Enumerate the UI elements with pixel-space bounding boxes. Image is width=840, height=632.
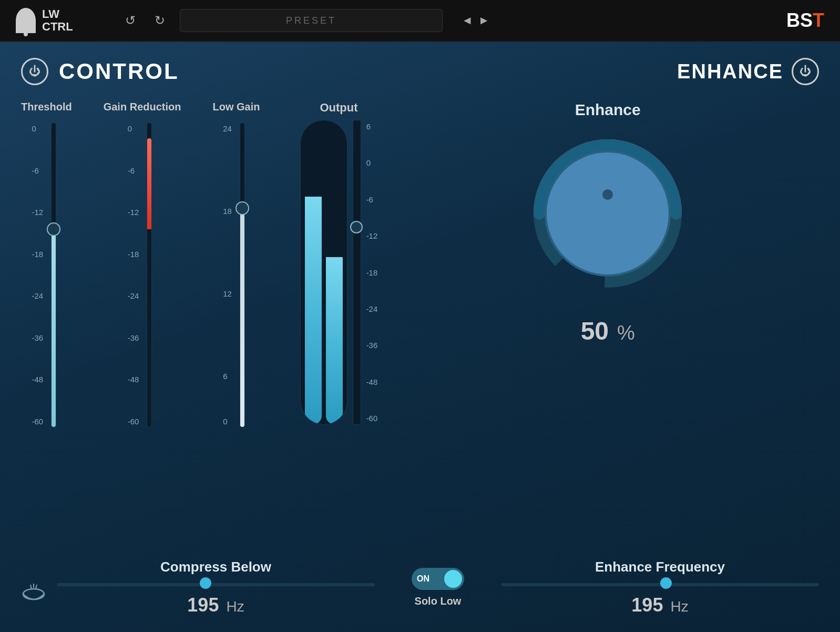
bst-logo: BST [786,9,824,32]
enhance-frequency-value-display: 195 Hz [631,594,688,616]
output-label: Output [320,101,357,115]
output-section: Output 6 0 -6 -12 [281,101,396,425]
top-controls: ↺ ↻ PRESET ◄ ► [121,9,490,32]
solo-low-toggle[interactable]: ON [412,568,464,590]
lw-logo-icon [16,8,36,33]
undo-button[interactable]: ↺ [121,11,140,30]
svg-point-1 [23,589,44,599]
threshold-slider-col: Threshold 0 -6 -12 -18 -24 -36 -48 -60 [21,101,72,427]
low-gain-slider-col: Low Gain 24 18 12 6 0 [212,101,260,427]
logo-text: LWCTRL [42,8,73,33]
control-power-button[interactable]: ⏻ [21,58,48,85]
left-sliders: Threshold 0 -6 -12 -18 -24 -36 -48 -60 [21,101,281,427]
output-scale: 6 0 -6 -12 -18 -24 -36 -48 -60 [366,120,378,425]
low-gain-scale-left: 24 18 12 6 0 [223,123,232,427]
threshold-slider-wrapper: 0 -6 -12 -18 -24 -36 -48 -60 [32,123,61,427]
low-gain-handle[interactable] [235,201,249,215]
gain-reduction-track[interactable] [142,123,157,427]
svg-line-2 [30,585,32,589]
main-content: ⏻ CONTROL ENHANCE ⏻ Threshold 0 -6 -12 [0,42,840,632]
bst-logo-accent: T [813,9,824,31]
bowl-icon [21,579,46,605]
threshold-label: Threshold [21,101,72,113]
redo-button[interactable]: ↻ [150,11,169,30]
enhance-header: ENHANCE ⏻ [677,58,819,85]
threshold-track-bg [51,123,56,427]
section-header: ⏻ CONTROL ENHANCE ⏻ [21,58,819,85]
nav-arrows: ◄ ► [462,14,490,27]
enhance-frequency-value: 195 [631,594,663,616]
gain-reduction-track-bg [147,123,152,427]
low-gain-fill [240,208,244,427]
prev-preset-button[interactable]: ◄ [462,14,473,27]
enhance-frequency-slider[interactable] [501,582,819,588]
threshold-fill [52,229,56,427]
enhance-frequency-unit: Hz [670,598,688,615]
output-meter-left-fill [305,197,322,425]
gain-reduction-scale: 0 -6 -12 -18 -24 -36 -48 -60 [128,123,139,427]
gain-reduction-slider-wrapper: 0 -6 -12 -18 -24 -36 -48 -60 [128,123,157,427]
output-meters-group: 6 0 -6 -12 -18 -24 -36 -48 -60 [300,120,378,425]
knob-value-display: 50 % [581,306,635,345]
compress-below-title: Compress Below [160,559,271,575]
preset-label: PRESET [286,15,336,26]
knob-indicator-dot [602,189,613,200]
compress-below-handle[interactable] [200,577,211,589]
enhance-frequency-handle[interactable] [660,577,672,589]
compress-below-track [57,583,375,586]
solo-low-label: Solo Low [415,595,462,607]
gain-reduction-slider-col: Gain Reduction 0 -6 -12 -18 -24 -36 -48 … [104,101,181,427]
toggle-circle [444,570,462,588]
toggle-on-label: ON [417,574,429,584]
enhance-knob-section: Enhance 50 % [396,101,819,345]
enhance-frequency-section: Enhance Frequency 195 Hz [485,559,819,616]
control-power-icon: ⏻ [29,65,40,78]
svg-line-4 [36,585,37,589]
top-bar: LWCTRL ↺ ↻ PRESET ◄ ► BST [0,0,840,42]
enhance-title: ENHANCE [677,60,783,83]
compress-below-value: 195 [187,594,219,616]
compress-below-value-display: 195 Hz [187,594,244,616]
low-gain-label: Low Gain [212,101,260,113]
compress-below-slider[interactable] [57,582,375,588]
output-fader-handle[interactable] [350,221,363,233]
output-side-fader[interactable] [353,120,361,425]
low-gain-track[interactable] [235,123,250,427]
threshold-handle[interactable] [47,222,60,236]
compress-below-section: Compress Below 195 Hz [57,559,391,616]
enhance-unit: % [617,322,635,344]
enhance-value: 50 [581,317,609,345]
enhance-power-icon: ⏻ [800,65,811,78]
enhance-knob-label: Enhance [575,101,641,119]
gain-reduction-label: Gain Reduction [104,101,181,113]
threshold-track[interactable] [46,123,61,427]
knob-container[interactable] [524,129,692,298]
output-meter-right-fill [326,257,343,424]
bottom-row: Compress Below 195 Hz ON Solo Low Enhanc… [21,554,819,616]
gain-reduction-fill [147,138,151,229]
next-preset-button[interactable]: ► [478,14,490,27]
section-left: ⏻ CONTROL [21,58,179,85]
low-gain-track-bg [240,123,245,427]
logo-area: LWCTRL [16,8,121,33]
control-title: CONTROL [59,59,179,84]
preset-bar[interactable]: PRESET [180,9,443,32]
compress-below-unit: Hz [226,598,244,615]
bowl-icon-area [21,579,46,607]
enhance-power-button[interactable]: ⏻ [792,58,819,85]
knob-circle[interactable] [545,150,671,277]
low-gain-slider-wrapper: 24 18 12 6 0 [223,123,250,427]
enhance-frequency-title: Enhance Frequency [595,559,725,575]
output-meter-main [300,120,347,425]
solo-low-section: ON Solo Low [391,568,485,607]
sliders-section: Threshold 0 -6 -12 -18 -24 -36 -48 -60 [21,101,819,543]
threshold-scale: 0 -6 -12 -18 -24 -36 -48 -60 [32,123,43,427]
